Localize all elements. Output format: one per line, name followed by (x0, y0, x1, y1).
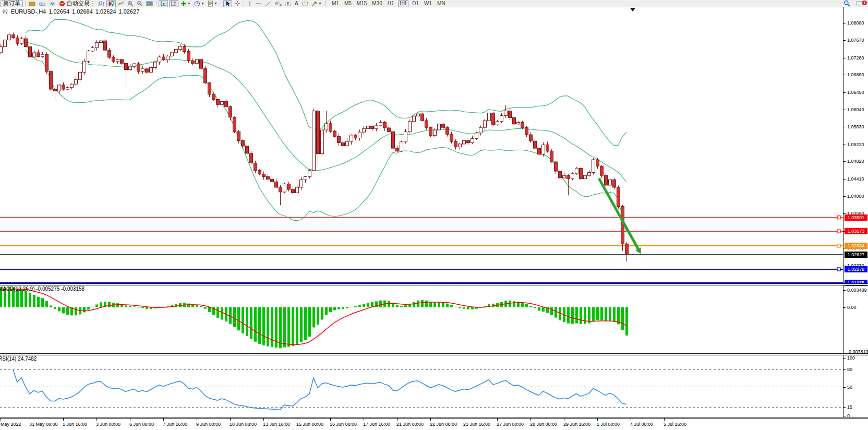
svg-text:F: F (287, 2, 289, 5)
bar-chart-button[interactable] (97, 1, 105, 7)
book-button[interactable] (28, 1, 37, 7)
price-tick-label: 1.08080 (847, 20, 864, 26)
auto-trading-icon (59, 1, 65, 7)
chart-shift-marker[interactable] (630, 8, 635, 11)
chat-button[interactable]: 1 (855, 1, 864, 7)
pane-separator[interactable] (0, 417, 868, 419)
trendline-button[interactable] (264, 1, 272, 7)
time-tick (63, 419, 64, 421)
new-order-button[interactable]: 新订单 (1, 0, 23, 7)
tf-h4[interactable]: H4 (398, 0, 409, 7)
candlestick-chart-icon (108, 1, 114, 7)
label-tool-button[interactable] (300, 1, 309, 7)
cursor-button[interactable] (223, 0, 232, 7)
time-tick (97, 419, 97, 421)
ohlc-close: 1.02627 (119, 8, 140, 15)
time-tick-label: 10 Jun 08:00 (230, 422, 257, 427)
time-tick (497, 419, 498, 421)
tf-h1[interactable]: H1 (386, 1, 396, 7)
tile-windows-button[interactable] (145, 1, 154, 7)
price-tick-label: 1.04820 (847, 159, 864, 164)
chevron-down-icon: ▼ (214, 2, 218, 5)
elliott-wave-button[interactable]: E (273, 1, 283, 7)
fibonacci-button[interactable]: F (284, 1, 293, 7)
chart-header: EURUSD-,H4 1.02654 1.02684 1.02624 1.026… (2, 8, 139, 15)
cloud-button[interactable] (38, 1, 47, 7)
tf-mn[interactable]: MN (436, 1, 447, 7)
candlestick-chart-button[interactable] (106, 0, 116, 7)
book-icon (29, 1, 35, 7)
price-level-label: 1.02834 (845, 243, 867, 249)
toolbar-right: 1 (842, 1, 865, 7)
indicators-add-icon (180, 1, 187, 7)
zoom-out-button[interactable] (136, 1, 144, 7)
toolbar-separator (221, 1, 221, 6)
time-tick (464, 419, 464, 421)
rsi-indicator-pane[interactable] (0, 355, 843, 417)
macd-indicator-pane[interactable] (0, 285, 843, 353)
vertical-line-icon (247, 1, 252, 7)
price-tick (843, 161, 846, 162)
time-axis[interactable]: May 202231 May 08:001 Jun 16:003 Jun 00:… (0, 419, 868, 430)
time-tick-label: May 2022 (1, 422, 21, 427)
price-axis[interactable]: 1.080801.076701.072601.068601.064501.060… (843, 7, 868, 419)
time-tick-label: 9 Jun 00:00 (196, 422, 221, 427)
pane-separator[interactable] (0, 283, 868, 285)
zoom-in-button[interactable] (126, 1, 135, 7)
time-tick-label: 7 Jun 16:00 (163, 422, 187, 427)
horizontal-line-button[interactable] (255, 1, 263, 7)
shapes-button[interactable]: ▼ (310, 1, 323, 7)
crosshair-button[interactable] (233, 1, 242, 7)
vertical-line-button[interactable] (246, 1, 254, 7)
chart-shift-button[interactable] (169, 0, 178, 7)
price-tick (843, 179, 846, 180)
search-button[interactable] (842, 1, 851, 7)
text-tool-button[interactable]: A (294, 1, 299, 7)
time-tick (531, 419, 531, 421)
indicators-button[interactable]: ▼ (179, 1, 192, 7)
chevron-down-icon: ▼ (187, 2, 191, 5)
pane-separator[interactable] (0, 353, 868, 355)
time-tick-label: 6 Jun 08:00 (129, 422, 154, 427)
svg-text:E: E (280, 4, 282, 7)
rsi-tick (843, 407, 846, 408)
label-tool-icon (302, 1, 308, 7)
chart-type-icon (2, 9, 8, 15)
time-tick-label: 16 Jun 08:00 (330, 422, 357, 427)
auto-trading-label: 自动交易 (67, 0, 90, 7)
price-tick-label: 1.06040 (847, 107, 864, 112)
periods-button[interactable]: ▼ (193, 1, 206, 7)
tf-m15[interactable]: M15 (355, 1, 368, 7)
line-chart-button[interactable] (117, 1, 125, 7)
tf-m5[interactable]: M5 (343, 1, 353, 7)
price-tick (843, 145, 846, 145)
price-tick (843, 196, 846, 197)
time-tick (364, 419, 364, 421)
price-level-label: 1.03501 (845, 214, 867, 221)
templates-button[interactable]: ▼ (207, 1, 219, 7)
main-price-chart[interactable] (0, 7, 843, 283)
time-tick (397, 419, 397, 421)
toolbar-separator (156, 1, 156, 6)
notification-badge: 1 (862, 1, 867, 5)
price-tick (843, 110, 846, 110)
auto-scroll-button[interactable] (159, 0, 168, 7)
tf-w1[interactable]: W1 (423, 1, 433, 7)
shapes-icon (311, 1, 318, 7)
time-tick (30, 419, 30, 421)
time-tick-label: 21 Jun 00:00 (396, 422, 424, 427)
tf-d1[interactable]: D1 (411, 1, 420, 7)
tf-m1[interactable]: M1 (330, 1, 341, 7)
top-toolbar: 新订单 自动交易 ▼ ▼ (0, 0, 868, 7)
tf-m30[interactable]: M30 (370, 1, 383, 7)
price-level-label: 1.02279 (845, 266, 867, 272)
signal-button[interactable] (48, 1, 57, 7)
time-tick (197, 419, 197, 421)
auto-trading-button[interactable]: 自动交易 (58, 1, 91, 7)
price-tick-label: 1.04000 (847, 194, 864, 199)
time-tick-label: 28 Jun 08:00 (530, 422, 557, 427)
rsi-tick-label: 50 (847, 385, 852, 390)
rsi-tick-label: 15 (847, 404, 852, 410)
tile-windows-icon (146, 1, 153, 7)
rsi-tick-label: 80 (847, 367, 852, 372)
